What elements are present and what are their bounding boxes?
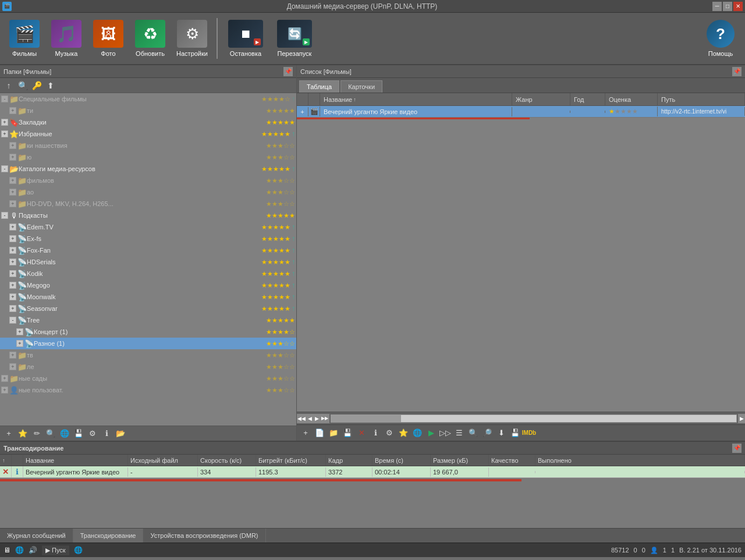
stop-button[interactable]: ⏹ ▶ Остановка (222, 15, 269, 62)
network-button[interactable]: 🌐 (58, 427, 71, 440)
transcoding-pin-button[interactable]: 📌 (732, 444, 742, 453)
expand-icon[interactable]: - (1, 95, 8, 102)
scroll-right-button[interactable]: ▶▶ (320, 414, 329, 423)
trans-row[interactable]: ✕ ℹ Вечерний ургантю Яркие видео - 334 1… (0, 466, 745, 478)
ct-download-button[interactable]: ⬇ (495, 427, 508, 440)
right-scrollbar[interactable]: ◀◀ ◀ ▶ ▶▶ ▶ (297, 412, 745, 424)
ct-play2-button[interactable]: ▷▷ (439, 427, 452, 440)
list-item[interactable]: + 📁 ки нашествия ★★★☆☆ (0, 140, 296, 151)
edit-button[interactable]: ✏ (30, 427, 43, 440)
ct-tools-button[interactable]: ⚙ (383, 427, 396, 440)
ct-filter-button[interactable]: 🔍 (467, 427, 480, 440)
expand-icon[interactable]: + (9, 154, 16, 161)
expand-icon[interactable]: + (16, 328, 23, 335)
expand-icon[interactable]: + (9, 282, 16, 289)
music-button[interactable]: 🎵 Музыка (47, 15, 86, 62)
add-button[interactable]: + (2, 427, 15, 440)
tools-button[interactable]: ⚙ (86, 427, 99, 440)
table-row[interactable]: + 🎬 Вечерний ургантю Яркие видео ★★★★★ h… (297, 106, 745, 118)
trans-th-src[interactable]: Исходный файл (128, 455, 198, 466)
ct-saveall-button[interactable]: 💾 (509, 427, 522, 440)
ct-list-button[interactable]: ☰ (453, 427, 466, 440)
trans-th-size[interactable]: Размер (кБ) (431, 455, 489, 466)
ct-add-button[interactable]: + (299, 427, 312, 440)
trans-th-done[interactable]: Выполнено (535, 455, 745, 466)
th-path[interactable]: Путь (658, 93, 745, 105)
right-panel-pin-button[interactable]: 📌 (732, 67, 742, 76)
help-button[interactable]: ? Помощь (701, 15, 740, 62)
list-item[interactable]: - 📁 Специальные фильмы ★★★★☆ ↑ (0, 93, 296, 105)
folder-open-button[interactable]: 📂 (114, 427, 127, 440)
filter-button[interactable]: 🔍 (44, 427, 57, 440)
trans-th-speed[interactable]: Скорость (к/с) (198, 455, 256, 466)
expand-icon[interactable]: + (1, 375, 8, 382)
ct-delete-button[interactable]: ✕ (355, 427, 368, 440)
trans-th-time[interactable]: Время (с) (372, 455, 431, 466)
expand-icon[interactable]: + (9, 235, 16, 242)
th-genre[interactable]: Жанр (512, 93, 570, 105)
expand-icon[interactable]: + (9, 142, 16, 149)
trans-th-name[interactable]: Название (23, 455, 128, 466)
list-item[interactable]: + 📁 ные сады ★★★☆☆ (0, 373, 296, 384)
ct-network-button[interactable]: 🌐 (411, 427, 424, 440)
list-item[interactable]: + 📁 тв ★★★☆☆ (0, 349, 296, 361)
ct-info-button[interactable]: ℹ (369, 427, 382, 440)
expand-icon[interactable]: + (9, 177, 16, 184)
list-item[interactable]: + 📁 ти ★★★★★ (0, 105, 296, 116)
tab-journal[interactable]: Журнал сообщений (0, 529, 73, 543)
expand-icon[interactable]: + (9, 247, 16, 254)
expand-icon[interactable]: - (9, 317, 16, 324)
list-item[interactable]: + 📡 Концерт (1) ★★★★☆ (0, 326, 296, 338)
list-item[interactable]: + 📡 Kodik ★★★★★ ↑ (0, 268, 296, 279)
list-item[interactable]: + 📁 ю ★★★☆☆ (0, 151, 296, 163)
list-item[interactable]: + 📡 HDSerials ★★★★★ ↑ (0, 256, 296, 268)
tab-dmr[interactable]: Устройства воспроизведения (DMR) (143, 529, 265, 543)
folder-lock-button[interactable]: 🔑 (30, 80, 43, 91)
expand-icon[interactable]: + (9, 224, 16, 231)
list-item[interactable]: + 👤 ные пользоват. ★★★☆☆ (0, 384, 296, 396)
list-item[interactable]: + 📡 Seasonvar ★★★★★ ↑ (0, 303, 296, 314)
films-button[interactable]: 🎬 Фильмы (5, 15, 44, 62)
expand-icon[interactable]: + (9, 293, 16, 300)
expand-icon[interactable]: + (9, 270, 16, 277)
folder-filter-button[interactable]: 🔍 (16, 80, 29, 91)
expand-icon[interactable]: - (1, 165, 8, 172)
th-year[interactable]: Год (570, 93, 605, 105)
expand-icon[interactable]: + (1, 119, 8, 126)
restart-button[interactable]: 🔄 ▶ Перезапуск (271, 15, 318, 62)
expand-icon[interactable]: + (1, 387, 8, 394)
expand-icon[interactable]: + (9, 305, 16, 312)
trans-th-frame[interactable]: Кадр (326, 455, 372, 466)
list-item[interactable]: + 📡 Megogo ★★★★★ ↑ (0, 279, 296, 291)
ct-imdb-button[interactable]: IMDb (523, 427, 535, 440)
save-button[interactable]: 💾 (72, 427, 85, 440)
refresh-button[interactable]: ♻ Обновить (130, 15, 170, 62)
ct-save-button[interactable]: 💾 (341, 427, 354, 440)
tab-cards[interactable]: Карточки (340, 80, 382, 93)
photo-button[interactable]: 🖼 Фото (88, 15, 128, 62)
list-item[interactable]: + 📁 ле ★★★☆☆ (0, 361, 296, 373)
list-item[interactable]: + 📡 Разное (1) ★★★☆☆ (0, 338, 296, 349)
expand-icon[interactable]: + (9, 200, 16, 207)
trans-td-ctrl[interactable]: ℹ (12, 466, 23, 477)
folder-up-button[interactable]: ⬆ (44, 80, 57, 91)
ct-star-button[interactable]: ⭐ (397, 427, 410, 440)
list-item[interactable]: + 📡 Ex-fs ★★★★★ ↑ (0, 233, 296, 244)
ct-folder-button[interactable]: 📁 (327, 427, 340, 440)
th-name[interactable]: Название ↑ (320, 93, 512, 105)
expand-icon[interactable]: + (9, 189, 16, 196)
list-item[interactable]: + 📡 Fox-Fan ★★★★★ ↑ (0, 244, 296, 256)
maximize-button[interactable]: □ (723, 2, 732, 11)
list-item[interactable]: + 📡 Edem.TV ★★★★★ ↑ (0, 221, 296, 233)
folder-sort-asc-button[interactable]: ↑ (2, 80, 15, 91)
trans-th-quality[interactable]: Качество (489, 455, 535, 466)
ct-play-button[interactable]: ▶ (425, 427, 438, 440)
list-item[interactable]: + 📁 HD-DVD, MKV, H.264, H265... ★★★☆☆ (0, 198, 296, 210)
tab-transcoding[interactable]: Транскодирование (73, 529, 144, 543)
tab-table[interactable]: Таблица (299, 80, 339, 93)
expand-icon[interactable]: - (1, 212, 8, 219)
list-item[interactable]: + 🔖 Закладки ★★★★★ (0, 116, 296, 128)
ct-search-button[interactable]: 🔎 (481, 427, 494, 440)
scroll-end-button[interactable]: ▶ (738, 414, 745, 423)
expand-icon[interactable]: + (1, 130, 8, 137)
